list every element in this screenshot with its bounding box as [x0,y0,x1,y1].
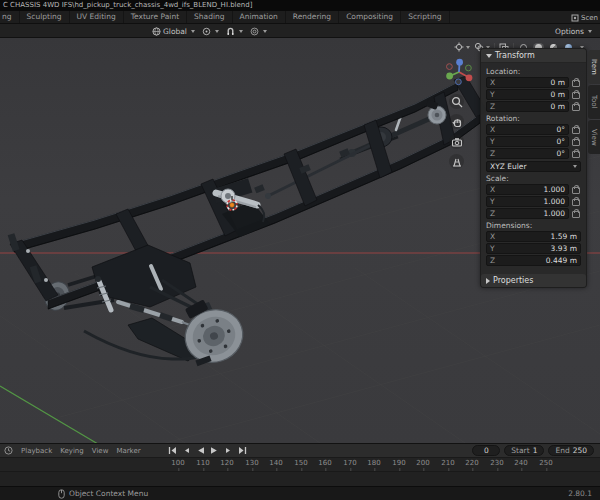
scale-x-row: X 1.000 [486,184,581,195]
location-y-field[interactable]: Y 0 m [486,89,569,100]
collapse-arrow-icon [486,54,492,58]
scale-x-field[interactable]: X 1.000 [486,184,569,195]
gizmo-icon [454,42,464,52]
sidebar-panel: Transform Location: X 0 m Y 0 m [480,48,587,288]
rotation-y-row: Y 0° [486,136,581,147]
prev-keyframe-button[interactable] [180,445,192,456]
menu-marker[interactable]: Marker [116,447,140,455]
expand-arrow-icon [486,278,490,284]
sidebar-tab-view[interactable]: View [588,120,600,154]
scale-z-field[interactable]: Z 1.000 [486,208,569,219]
jump-to-start-button[interactable] [166,445,178,456]
frame-end-field[interactable]: End 250 [548,445,594,456]
scene-selector[interactable]: Scen [571,11,598,24]
ruler-label: 130 [245,459,258,467]
location-z-field[interactable]: Z 0 m [486,101,569,112]
ruler-label: 110 [196,459,209,467]
camera-icon [451,136,463,148]
rotation-x-field[interactable]: X 0° [486,124,569,135]
dimensions-label: Dimensions: [486,221,581,230]
workspace-tab[interactable]: Scripting [401,11,449,23]
lock-icon[interactable] [571,137,581,146]
dimensions-z-field[interactable]: Z 0.449 m [486,255,581,266]
ruler-label: 100 [171,459,184,467]
snap-toggle[interactable] [226,27,243,36]
options-dropdown[interactable]: Options [555,24,592,38]
ruler-label: 250 [539,459,552,467]
next-keyframe-button[interactable] [222,445,234,456]
lock-icon[interactable] [571,90,581,99]
workspace-tab[interactable]: Shading [187,11,232,23]
timeline-ruler[interactable]: 100 110 120 130 140 150 160 170 180 190 … [0,458,600,472]
workspace-tab[interactable]: Compositing [339,11,401,23]
lock-icon[interactable] [571,78,581,87]
play-button[interactable] [208,445,220,456]
dimensions-x-field[interactable]: X 1.59 m [486,231,581,242]
pan-button[interactable] [449,114,464,129]
play-reverse-button[interactable] [194,445,206,456]
location-x-field[interactable]: X 0 m [486,77,569,88]
zoom-button[interactable] [449,94,464,109]
magnifier-icon [451,96,463,108]
sidebar-tab-item[interactable]: Item [588,50,600,84]
dimensions-y-field[interactable]: Y 3.93 m [486,243,581,254]
window-title: C CHASSIS 4WD IFS\hd_pickup_truck_chassi… [3,1,252,9]
location-y-row: Y 0 m [486,89,581,100]
viewport-nav-tools [449,94,465,169]
jump-to-end-button[interactable] [236,445,248,456]
transform-orientation-dropdown[interactable]: Global [152,27,195,36]
lock-icon[interactable] [571,185,581,194]
location-label: Location: [486,67,581,76]
playback-controls [166,444,248,457]
rotation-y-field[interactable]: Y 0° [486,136,569,147]
chevron-down-icon [215,30,219,33]
lock-icon[interactable] [571,149,581,158]
lock-icon[interactable] [571,102,581,111]
sidebar-tab-tool[interactable]: Tool [588,85,600,119]
camera-view-button[interactable] [449,134,464,149]
properties-panel-header[interactable]: Properties [481,274,586,287]
rotation-mode-dropdown[interactable]: XYZ Euler [486,161,581,172]
pivot-point-dropdown[interactable] [202,27,219,36]
menu-playback[interactable]: Playback [21,447,52,455]
menu-keying[interactable]: Keying [60,447,84,455]
mouse-icon [58,489,65,499]
workspace-tab[interactable]: Sculpting [20,11,70,23]
menu-view[interactable]: View [92,447,109,455]
workspace-tab[interactable]: Texture Paint [124,11,187,23]
workspace-tab[interactable]: ng [0,11,20,23]
workspace-tabs-bar: ng Sculpting UV Editing Texture Paint Sh… [0,11,600,24]
topbar-tool-settings: Global [0,24,600,38]
viewport-3d[interactable]: Transform Location: X 0 m Y 0 m [0,38,600,443]
chassis-model[interactable] [8,76,487,370]
lock-icon[interactable] [571,125,581,134]
chevron-down-icon [239,30,243,33]
navigation-gizmo[interactable] [445,58,473,86]
sidebar-tabs: Item Tool View [588,50,600,154]
y-axis-line [0,386,152,443]
dimensions-y-row: Y 3.93 m [486,243,581,254]
pivot-icon [202,27,211,36]
ruler-label: 120 [220,459,233,467]
transform-panel-header[interactable]: Transform [481,49,586,63]
scale-y-field[interactable]: Y 1.000 [486,196,569,207]
workspace-tab[interactable]: UV Editing [70,11,124,23]
lock-icon[interactable] [571,197,581,206]
lock-icon[interactable] [571,209,581,218]
ruler-label: 190 [392,459,405,467]
gizmos-dropdown[interactable] [454,42,470,52]
ruler-label: 210 [441,459,454,467]
rotation-z-field[interactable]: Z 0° [486,148,569,159]
current-frame-field[interactable]: 0 [472,445,500,456]
window-titlebar: C CHASSIS 4WD IFS\hd_pickup_truck_chassi… [0,0,600,11]
workspace-tab[interactable]: Rendering [286,11,339,23]
scale-label: Scale: [486,174,581,183]
workspace-tab[interactable]: Animation [233,11,286,23]
frame-start-field[interactable]: Start 1 [504,445,544,456]
proportional-editing-dropdown[interactable] [250,27,267,36]
scale-y-row: Y 1.000 [486,196,581,207]
rotation-mode-row: XYZ Euler [486,161,581,172]
perspective-toggle-button[interactable] [449,154,464,169]
magnet-icon [226,27,235,36]
blender-window: C CHASSIS 4WD IFS\hd_pickup_truck_chassi… [0,0,600,500]
